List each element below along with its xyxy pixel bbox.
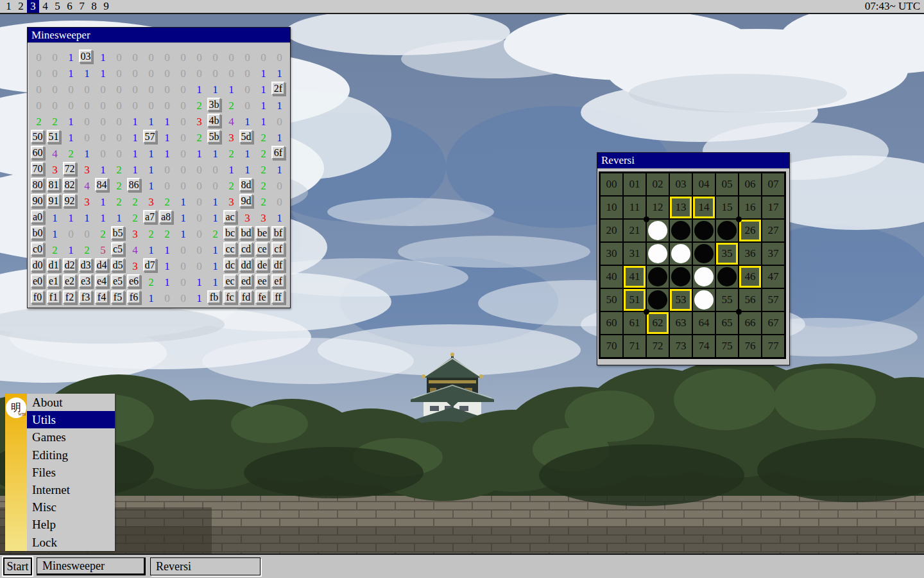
mine-cell-button-b0[interactable]: b0	[31, 226, 44, 240]
mine-cell-button-f6[interactable]: f6	[127, 290, 141, 304]
mine-cell-button-86[interactable]: 86	[127, 178, 141, 191]
mine-cell-button-ce[interactable]: ce	[255, 242, 269, 256]
mine-cell-button-c0[interactable]: c0	[31, 242, 44, 256]
mine-cell-button-91[interactable]: 91	[47, 194, 60, 207]
mine-cell-button-ee[interactable]: ee	[255, 274, 269, 288]
mine-cell-button-f0[interactable]: f0	[31, 290, 44, 304]
menu-item-games[interactable]: Games	[27, 428, 115, 446]
workspace-7[interactable]: 7	[76, 0, 88, 13]
menu-item-about[interactable]: About	[27, 394, 115, 411]
mine-cell-button-b5[interactable]: b5	[111, 226, 124, 240]
mine-cell-button-bc[interactable]: bc	[223, 226, 237, 240]
workspace-5[interactable]: 5	[51, 0, 64, 13]
mine-cell-button-a0[interactable]: a0	[31, 210, 44, 223]
reversi-cell-13[interactable]: 13	[669, 196, 692, 219]
mine-cell-button-e6[interactable]: e6	[127, 274, 141, 288]
mine-cell-button-70[interactable]: 70	[31, 162, 44, 175]
reversi-cell-46[interactable]: 46	[739, 265, 762, 288]
mine-cell-button-92[interactable]: 92	[63, 194, 76, 207]
workspace-4[interactable]: 4	[39, 0, 51, 13]
reversi-cell-26[interactable]: 26	[739, 219, 762, 242]
mine-cell-button-f5[interactable]: f5	[111, 290, 124, 304]
mine-cell-button-d2[interactable]: d2	[63, 258, 76, 272]
menu-item-files[interactable]: Files	[27, 464, 115, 481]
mine-cell-button-5b[interactable]: 5b	[207, 130, 221, 143]
workspace-3[interactable]: 3	[27, 0, 39, 13]
mine-cell-button-be[interactable]: be	[255, 226, 269, 240]
mine-cell-button-d0[interactable]: d0	[31, 258, 44, 272]
mine-cell-button-57[interactable]: 57	[143, 130, 157, 143]
mine-cell-button-f2[interactable]: f2	[63, 290, 76, 304]
reversi-cell-14[interactable]: 14	[692, 196, 715, 219]
mine-cell-button-84[interactable]: 84	[95, 178, 108, 191]
taskbar-window-minesweeper[interactable]: Minesweeper	[37, 557, 146, 575]
taskbar-window-reversi[interactable]: Reversi	[150, 557, 261, 575]
reversi-cell-35[interactable]: 35	[715, 242, 739, 265]
mine-cell-button-cf[interactable]: cf	[271, 242, 285, 256]
menu-item-misc[interactable]: Misc	[27, 498, 115, 516]
workspace-8[interactable]: 8	[88, 0, 100, 13]
mine-cell-button-c5[interactable]: c5	[111, 242, 124, 256]
mine-cell-button-cd[interactable]: cd	[239, 242, 253, 256]
mine-cell-button-fe[interactable]: fe	[255, 290, 269, 304]
mine-cell-button-e2[interactable]: e2	[63, 274, 76, 288]
mine-cell-button-90[interactable]: 90	[31, 194, 44, 207]
mine-cell-button-4b[interactable]: 4b	[207, 114, 221, 127]
mine-cell-button-51[interactable]: 51	[47, 130, 60, 143]
start-button[interactable]: Start	[3, 557, 32, 575]
workspace-1[interactable]: 1	[3, 0, 15, 13]
mine-cell-button-a7[interactable]: a7	[143, 210, 157, 223]
mine-cell-button-e0[interactable]: e0	[31, 274, 44, 288]
mine-cell-button-fb[interactable]: fb	[207, 290, 221, 304]
mine-cell-button-81[interactable]: 81	[47, 178, 60, 191]
menu-item-internet[interactable]: Internet	[27, 481, 115, 498]
mine-cell-button-bf[interactable]: bf	[271, 226, 285, 240]
mine-cell-button-d4[interactable]: d4	[95, 258, 108, 272]
minesweeper-titlebar[interactable]: Minesweeper	[28, 28, 290, 43]
mine-cell-button-f1[interactable]: f1	[47, 290, 60, 304]
mine-cell-button-5d[interactable]: 5d	[239, 130, 253, 143]
reversi-titlebar[interactable]: Reversi	[597, 153, 789, 169]
mine-cell-button-a8[interactable]: a8	[159, 210, 173, 223]
reversi-cell-62[interactable]: 62	[646, 311, 669, 335]
mine-cell-button-9d[interactable]: 9d	[239, 194, 253, 207]
mine-cell-button-ef[interactable]: ef	[271, 274, 285, 288]
mine-cell-button-f4[interactable]: f4	[95, 290, 108, 304]
mine-cell-button-d7[interactable]: d7	[143, 258, 157, 272]
mine-cell-button-8d[interactable]: 8d	[239, 178, 253, 191]
mine-cell-button-72[interactable]: 72	[63, 162, 76, 175]
mine-cell-button-d1[interactable]: d1	[47, 258, 60, 272]
reversi-cell-51[interactable]: 51	[623, 288, 646, 311]
mine-cell-button-03[interactable]: 03	[79, 49, 92, 63]
mine-cell-button-e3[interactable]: e3	[79, 274, 92, 288]
mine-cell-button-d5[interactable]: d5	[111, 258, 124, 272]
menu-item-help[interactable]: Help	[27, 516, 115, 533]
mine-cell-button-ed[interactable]: ed	[239, 274, 253, 288]
mine-cell-button-82[interactable]: 82	[63, 178, 76, 191]
mine-cell-button-dd[interactable]: dd	[239, 258, 253, 272]
workspace-6[interactable]: 6	[64, 0, 76, 13]
mine-cell-button-d3[interactable]: d3	[79, 258, 92, 272]
mine-cell-button-cc[interactable]: cc	[223, 242, 237, 256]
mine-cell-button-df[interactable]: df	[271, 258, 285, 272]
workspace-9[interactable]: 9	[100, 0, 112, 13]
mine-cell-button-3b[interactable]: 3b	[207, 98, 221, 111]
reversi-cell-53[interactable]: 53	[669, 288, 692, 311]
mine-cell-button-ac[interactable]: ac	[223, 210, 237, 223]
menu-item-editing[interactable]: Editing	[27, 446, 115, 464]
mine-cell-button-6f[interactable]: 6f	[271, 146, 285, 159]
mine-cell-button-ec[interactable]: ec	[223, 274, 237, 288]
menu-item-lock[interactable]: Lock	[27, 534, 115, 551]
mine-cell-button-e5[interactable]: e5	[111, 274, 124, 288]
mine-cell-button-e1[interactable]: e1	[47, 274, 60, 288]
reversi-cell-41[interactable]: 41	[623, 265, 646, 288]
mine-cell-button-de[interactable]: de	[255, 258, 269, 272]
mine-cell-button-fc[interactable]: fc	[223, 290, 237, 304]
mine-cell-button-e4[interactable]: e4	[95, 274, 108, 288]
mine-cell-button-fd[interactable]: fd	[239, 290, 253, 304]
menu-item-utils[interactable]: Utils	[27, 411, 115, 428]
mine-cell-button-2f[interactable]: 2f	[271, 82, 285, 95]
mine-cell-button-50[interactable]: 50	[31, 130, 44, 143]
mine-cell-button-f3[interactable]: f3	[79, 290, 92, 304]
mine-cell-button-ff[interactable]: ff	[271, 290, 285, 304]
